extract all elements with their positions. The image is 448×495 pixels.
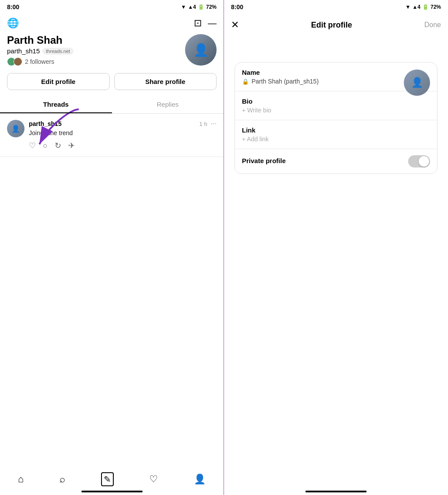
right-nav-bar — [305, 491, 367, 492]
globe-icon[interactable]: 🌐 — [7, 17, 19, 29]
search-icon: ⌕ — [60, 474, 65, 485]
post-header: parth_sh15 1 h ··· — [29, 120, 217, 128]
bio-field[interactable]: Bio + Write bio — [235, 91, 437, 120]
battery-percent: 72% — [206, 4, 217, 10]
right-panel: 8:00 ▼ ▲4 🔋 72% ✕ Edit profile Done — [224, 0, 448, 495]
lock-icon: 🔒 — [242, 78, 249, 85]
action-buttons: Edit profile Share profile — [0, 71, 224, 95]
tab-replies[interactable]: Replies — [112, 95, 224, 113]
profile-section: Parth Shah parth_sh15 threads.net 2 fol — [0, 31, 224, 71]
nav-profile[interactable]: 👤 — [194, 474, 206, 485]
post-actions: ♡ ○ ↻ ✈ — [29, 141, 217, 150]
right-status-icons: ▼ ▲4 🔋 72% — [406, 4, 441, 10]
thread-post: 👤 parth_sh15 1 h ··· Joined the trend ♡ … — [0, 114, 224, 157]
post-avatar: 👤 — [7, 120, 24, 137]
profile-icon: 👤 — [194, 474, 206, 485]
repost-icon[interactable]: ↻ — [55, 141, 61, 150]
profile-handle-row: parth_sh15 threads.net — [7, 47, 185, 55]
bio-placeholder: + Write bio — [242, 107, 398, 114]
tab-threads[interactable]: Threads — [0, 95, 112, 113]
right-time: 8:00 — [231, 3, 243, 10]
post-content: parth_sh15 1 h ··· Joined the trend ♡ ○ … — [29, 120, 217, 150]
left-status-bar: 8:00 ▼ ▲4 🔋 72% — [0, 0, 224, 14]
left-top-header: 🌐 ⊡ — — [0, 14, 224, 31]
right-status-bar: 8:00 ▼ ▲4 🔋 72% — [224, 0, 448, 14]
like-icon[interactable]: ♡ — [29, 141, 36, 150]
edit-profile-button[interactable]: Edit profile — [7, 73, 110, 90]
follower-avatar-placeholder-2 — [14, 58, 22, 66]
signal-icon: ▲4 — [188, 4, 196, 10]
right-battery-percent: 72% — [430, 4, 441, 10]
threads-badge: threads.net — [42, 48, 74, 55]
header-actions: ⊡ — — [194, 17, 217, 29]
profile-info: Parth Shah parth_sh15 threads.net 2 fol — [7, 34, 185, 66]
profile-name: Parth Shah — [7, 34, 185, 46]
name-text: Parth Shah (parth_sh15) — [252, 78, 318, 85]
private-profile-field: Private profile — [235, 149, 437, 174]
post-text: Joined the trend — [29, 129, 217, 136]
edit-profile-title: Edit profile — [311, 21, 352, 30]
menu-icon[interactable]: — — [208, 18, 217, 28]
avatar-image: 👤 — [185, 34, 217, 66]
profile-top: Parth Shah parth_sh15 threads.net 2 fol — [7, 34, 217, 66]
link-field[interactable]: Link + Add link — [235, 120, 437, 149]
toggle-knob — [419, 156, 429, 167]
edit-profile-avatar[interactable]: 👤 — [404, 70, 430, 96]
link-placeholder: + Add link — [242, 136, 398, 143]
right-wifi-icon: ▼ — [406, 4, 411, 10]
share-profile-button[interactable]: Share profile — [114, 73, 217, 90]
heart-icon: ♡ — [149, 474, 158, 485]
post-time: 1 h — [200, 121, 207, 127]
wifi-icon: ▼ — [181, 4, 186, 10]
right-battery-icon: 🔋 — [422, 4, 429, 10]
edit-form-card: 👤 Name 🔒 Parth Shah (parth_sh15) Bio + W… — [234, 62, 438, 174]
nav-compose[interactable]: ✎ — [101, 472, 114, 486]
profile-avatar: 👤 — [185, 34, 217, 66]
name-value: 🔒 Parth Shah (parth_sh15) — [242, 78, 398, 85]
follower-avatar-2 — [14, 57, 22, 66]
instagram-icon[interactable]: ⊡ — [194, 17, 202, 29]
battery-icon: 🔋 — [198, 4, 204, 10]
right-signal-icon: ▲4 — [412, 4, 420, 10]
followers-count: 2 followers — [25, 58, 54, 65]
bio-label: Bio — [242, 98, 398, 105]
post-username: parth_sh15 — [29, 120, 62, 127]
home-icon: ⌂ — [18, 474, 24, 485]
nav-likes[interactable]: ♡ — [149, 474, 158, 485]
left-status-icons: ▼ ▲4 🔋 72% — [181, 4, 217, 10]
left-panel: 8:00 ▼ ▲4 🔋 72% 🌐 ⊡ — Parth Shah parth_s… — [0, 0, 224, 495]
followers-row: 2 followers — [7, 57, 185, 66]
link-label: Link — [242, 126, 398, 134]
private-profile-label: Private profile — [242, 157, 286, 164]
compose-icon: ✎ — [101, 472, 114, 486]
profile-handle: parth_sh15 — [7, 47, 40, 55]
close-button[interactable]: ✕ — [231, 19, 239, 31]
done-button[interactable]: Done — [424, 21, 441, 29]
nav-bar — [81, 491, 143, 492]
left-time: 8:00 — [7, 3, 19, 10]
post-meta: 1 h ··· — [200, 120, 217, 128]
tabs: Threads Replies — [0, 95, 224, 114]
follower-avatars — [7, 57, 22, 66]
edit-profile-space: 👤 Name 🔒 Parth Shah (parth_sh15) Bio + W… — [224, 36, 448, 495]
name-label: Name — [242, 69, 398, 76]
nav-home[interactable]: ⌂ — [18, 474, 24, 485]
left-bottom-nav: ⌂ ⌕ ✎ ♡ 👤 — [0, 468, 224, 495]
comment-icon[interactable]: ○ — [43, 141, 48, 150]
right-bottom-nav — [224, 482, 448, 495]
nav-search[interactable]: ⌕ — [60, 474, 65, 485]
right-header: ✕ Edit profile Done — [224, 14, 448, 36]
private-profile-toggle[interactable] — [408, 155, 430, 167]
more-options-button[interactable]: ··· — [211, 120, 217, 128]
share-icon[interactable]: ✈ — [68, 141, 75, 150]
